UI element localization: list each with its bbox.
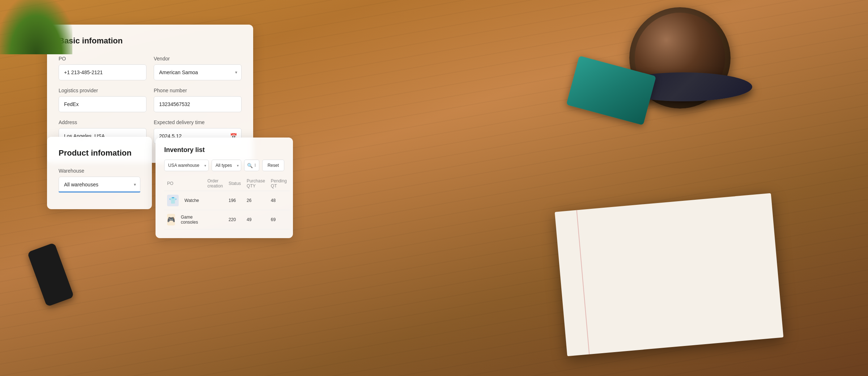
scene-decorations <box>0 0 868 376</box>
plant-decoration <box>0 0 72 54</box>
notebook-decoration <box>555 193 784 356</box>
phone-decoration <box>27 242 74 307</box>
